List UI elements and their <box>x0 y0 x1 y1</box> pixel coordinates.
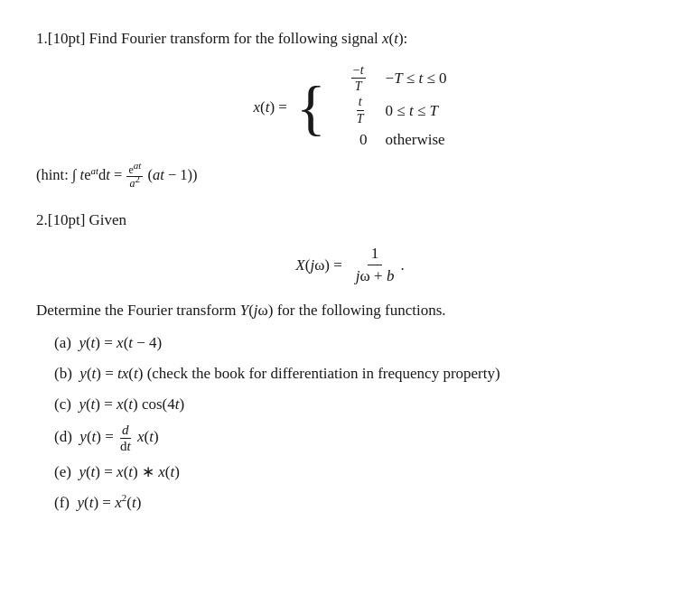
part-f: (f) y(t) = x2(t) <box>54 490 664 515</box>
piecewise-row-3: 0 otherwise <box>341 127 447 152</box>
part-e: (e) y(t) = x(t) ∗ x(t) <box>54 460 664 484</box>
piecewise-cases: −t T −T ≤ t ≤ 0 t T <box>341 63 447 153</box>
xjw-equation: X(jω) = 1 jω + b . <box>36 245 664 286</box>
problem-2-description: Given <box>89 211 127 228</box>
piecewise-val-2: t T <box>341 95 368 126</box>
xjw-fraction: 1 jω + b <box>352 245 398 286</box>
left-brace: { <box>296 77 326 138</box>
problem-2-header: 2.[10pt] Given <box>36 209 664 232</box>
xjw-denominator: jω + b <box>352 265 398 285</box>
problem-1-hint: (hint: ∫ teatdt = eat a2 (at − 1)) <box>36 164 664 189</box>
piecewise-row-2: t T 0 ≤ t ≤ T <box>341 95 447 126</box>
determine-line: Determine the Fourier transform Y(jω) fo… <box>36 299 664 322</box>
piecewise-definition: { −t T −T ≤ t ≤ 0 <box>296 63 447 153</box>
piecewise-val-1: −t T <box>341 63 368 94</box>
problem-1-label: 1.[10pt] <box>36 30 85 47</box>
problem-2: 2.[10pt] Given X(jω) = 1 jω + b . Determ… <box>36 209 664 515</box>
problem-2-label: 2.[10pt] <box>36 211 85 228</box>
problem-1-equation: x(t) = { −t T −T ≤ t ≤ 0 <box>36 63 664 153</box>
xjw-period: . <box>400 256 404 274</box>
piecewise-cond-3: otherwise <box>386 127 445 152</box>
piecewise-row-1: −t T −T ≤ t ≤ 0 <box>341 63 447 94</box>
problem-1-header: 1.[10pt] Find Fourier transform for the … <box>36 27 664 51</box>
piecewise-val-3: 0 <box>341 127 368 152</box>
part-c: (c) y(t) = x(t) cos(4t) <box>54 392 664 416</box>
piecewise-cond-1: −T ≤ t ≤ 0 <box>386 66 447 90</box>
part-d: (d) y(t) = d dt x(t) <box>54 423 664 453</box>
part-b: (b) y(t) = tx(t) (check the book for dif… <box>54 361 664 386</box>
part-a: (a) y(t) = x(t − 4) <box>54 330 664 355</box>
xjw-lhs: X(jω) = <box>295 256 342 274</box>
xjw-numerator: 1 <box>368 245 383 265</box>
piecewise-cond-2: 0 ≤ t ≤ T <box>386 98 438 123</box>
problem-1-description: Find Fourier transform for the following… <box>89 30 408 47</box>
problem-1: 1.[10pt] Find Fourier transform for the … <box>36 27 664 189</box>
signal-label: x(t) = <box>253 98 286 116</box>
